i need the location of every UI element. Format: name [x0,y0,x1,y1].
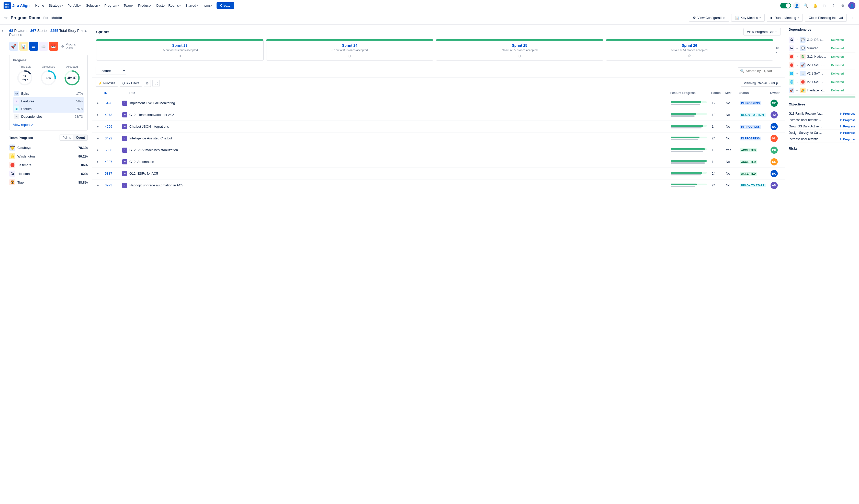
sprint-25-card[interactable]: Sprint 25 70 out of 72 stories accepted … [436,39,603,61]
calendar-view-icon[interactable]: 📅 [49,42,58,51]
mmf-header[interactable]: MMF [724,89,738,97]
program-view-button[interactable]: ⚙ Program View [59,41,88,51]
prioritize-button[interactable]: ⚡ Prioritize [95,80,118,86]
sprint-25-diamond-icon[interactable]: ◇ [518,53,521,58]
expand-cell[interactable]: ▶ [95,136,103,141]
sprint-23-diamond-icon[interactable]: ◇ [179,53,181,58]
dependency-item[interactable]: 🌤 → 💬 Mirrored ... Delivered [789,44,856,52]
logo[interactable]: Jira Align [3,2,30,9]
burnup-button[interactable]: Planning Interval BurnUp [741,80,781,86]
user-icon[interactable]: 👤 [793,2,800,9]
search-box[interactable]: 🔍 [738,67,781,74]
objective-item[interactable]: Design Survey for Call... In Progress [789,130,856,136]
nav-solution[interactable]: Solution▾ [84,2,102,9]
notification-icon[interactable]: 🔔 [811,2,819,9]
sprint-24-card[interactable]: Sprint 24 67 out of 83 stories accepted … [266,39,434,61]
dependency-item[interactable]: 🚀 → 🌈 Interface: P... Delivered [789,86,856,95]
id-cell[interactable]: 5387 [103,171,121,176]
sprint-24-diamond-icon[interactable]: ◇ [348,53,351,58]
create-button[interactable]: Create [216,2,234,9]
search-icon[interactable]: 🔍 [802,2,809,9]
sprint-26-name[interactable]: Sprint 26 [609,43,770,47]
expand-cell[interactable]: ▶ [95,171,103,176]
theme-toggle[interactable] [780,3,791,9]
points-header[interactable]: Points [710,89,724,97]
chart-view-icon[interactable]: 📊 [19,42,28,51]
id-cell[interactable]: 5426 [103,100,121,106]
fullscreen-button[interactable]: ⛶ [152,80,160,87]
help-icon[interactable]: ? [830,2,837,9]
stories-progress[interactable]: ▣ Stories 76% [13,105,84,113]
team-tiger: 🐯 Tiger 88.8% [9,178,88,187]
objective-item[interactable]: Grow iOS Daily Active ... In Progress [789,123,856,130]
id-cell[interactable]: 3973 [103,182,121,188]
features-progress[interactable]: ✦ Features 56% [13,97,84,105]
cloud-view-icon[interactable]: ☁️ [39,42,48,51]
status-header[interactable]: Status [738,89,769,97]
sidebar-toggle[interactable]: ‹ [0,25,5,504]
id-cell[interactable]: 4209 [103,124,121,129]
feature-type-select[interactable]: Feature [95,67,126,75]
sprint-23-name[interactable]: Sprint 23 [99,43,261,47]
view-program-board-button[interactable]: View Program Board [743,28,781,35]
accepted-donut: Accepted 280/367 [64,65,80,86]
feedback-icon[interactable]: □ [821,2,828,9]
nav-team[interactable]: Team▾ [121,2,136,9]
nav-starred[interactable]: Starred▾ [183,2,200,9]
chart-icon: 📊 [735,16,739,20]
owner-header[interactable]: Owner [769,89,781,97]
dependency-item[interactable]: 🌤 → 💬 G12: DB c... Delivered [789,36,856,44]
nav-home[interactable]: Home [33,2,46,9]
view-report-link[interactable]: View report ↗ [13,123,84,127]
nav-items[interactable]: Items▾ [200,2,214,9]
id-cell[interactable]: 4207 [103,159,121,165]
rocket-view-icon[interactable]: 🚀 [9,42,18,51]
sprint-26-card[interactable]: Sprint 26 50 out of 54 stories accepted … [606,39,773,61]
id-cell[interactable]: 3422 [103,135,121,141]
title-header[interactable]: Title [128,89,669,97]
key-metrics-button[interactable]: 📊 Key Metrics ▾ [731,14,765,22]
user-avatar[interactable]: 👤 [848,2,856,9]
epics-progress[interactable]: ◎ Epics 17% [13,90,84,97]
dependency-item[interactable]: 🔴 → 🐉 G12: Hadoo... Delivered [789,52,856,61]
expand-cell[interactable]: ▶ [95,100,103,106]
expand-cell[interactable]: ▶ [95,159,103,164]
id-header[interactable]: ID [103,89,121,97]
progress-header[interactable]: Feature Progress [669,89,710,97]
nav-product[interactable]: Product▾ [136,2,153,9]
quick-filters-button[interactable]: Quick Filters [120,80,142,86]
points-tab[interactable]: Points [60,135,73,140]
nav-program[interactable]: Program▾ [103,2,121,9]
expand-cell[interactable]: ▶ [95,124,103,129]
sidebar-expand-icon[interactable]: › [850,15,855,20]
sprint-26-star-icon[interactable]: ☆ [688,53,691,58]
sprint-25-name[interactable]: Sprint 25 [439,43,601,47]
expand-cell[interactable]: ▶ [95,147,103,153]
view-configuration-button[interactable]: ⚙ View Configuration [689,14,729,22]
star-button[interactable]: ☆ [4,15,7,20]
nav-portfolio[interactable]: Portfolio▾ [65,2,84,9]
objective-item[interactable]: G13 Family Feature for... In Progress [789,111,856,117]
feature-table-rows: ▶ 5426 ✦ Implement Live Call Monitoring … [92,97,785,191]
id-cell[interactable]: 5386 [103,147,121,153]
objective-item[interactable]: Increase user retentio... In Progress [789,136,856,142]
expand-cell[interactable]: ▶ [95,112,103,117]
search-input[interactable] [746,69,779,73]
dependency-item[interactable]: 🔴 → 🚀 V2.1 SAT - ... Delivered [789,61,856,69]
id-cell[interactable]: 4273 [103,112,121,118]
dependency-item[interactable]: 🌐 → ☁️ V2.1 SAT ... Delivered [789,69,856,78]
sprint-24-name[interactable]: Sprint 24 [269,43,431,47]
objective-item[interactable]: Increase user retentio... In Progress [789,117,856,123]
close-planning-interval-button[interactable]: Close Planning Interval [805,14,847,22]
count-tab[interactable]: Count [73,135,87,140]
sprint-23-card[interactable]: Sprint 23 55 out of 60 stories accepted … [96,39,263,61]
run-meeting-button[interactable]: ▶ Run a Meeting ▾ [767,14,803,22]
dependencies-progress[interactable]: ⋈ Dependencies 63/73 [13,113,84,120]
dependency-item[interactable]: 🌐 → 🔴 V2.1 SAT ... Delivered [789,78,856,86]
nav-strategy[interactable]: Strategy▾ [46,2,65,9]
list-view-icon[interactable]: ☰ [29,42,38,51]
expand-cell[interactable]: ▶ [95,183,103,188]
gear-settings-button[interactable]: ⚙ [144,80,151,87]
settings-icon[interactable]: ⚙ [839,2,846,9]
nav-custom-rooms[interactable]: Custom Rooms▾ [154,2,183,9]
